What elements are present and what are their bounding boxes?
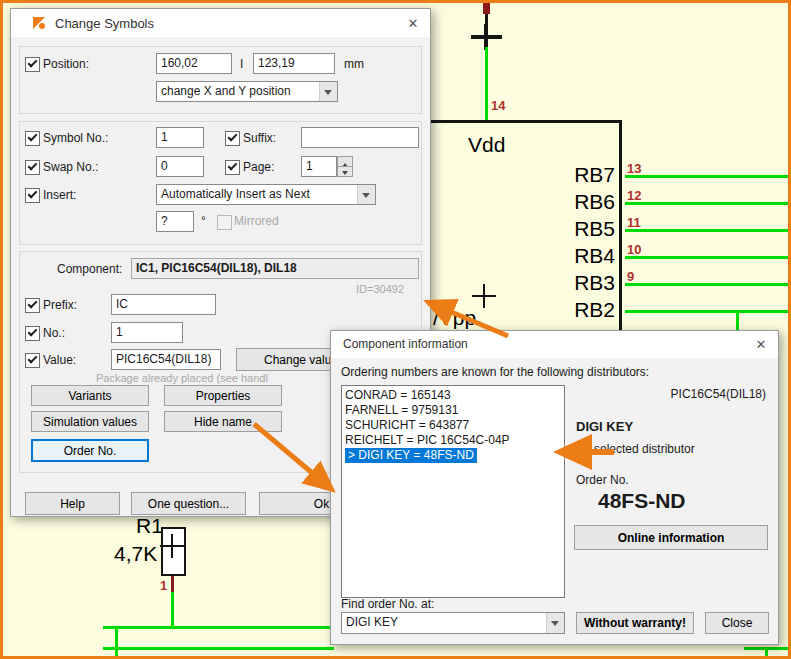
origin-cross-icon [171,534,173,558]
swap-no-checkbox[interactable] [25,160,40,175]
variants-button[interactable]: Variants [31,385,149,406]
pin-label: RB3 [540,271,615,295]
list-item[interactable]: FARNELL = 9759131 [345,403,564,418]
selected-distributor-label: selected distributor [594,442,695,456]
pin-number: 10 [627,242,641,257]
close-button[interactable]: Close [705,612,769,634]
dialog-close-icon[interactable]: ✕ [744,331,778,358]
mirrored-label: Mirrored [234,214,279,228]
hide-name-button[interactable]: Hide name [164,411,282,432]
wire-segment [485,47,488,120]
stepper-down-icon[interactable] [337,166,353,177]
no-label: No.: [43,326,65,340]
resistor-value: 4,7K [114,542,157,566]
find-order-label: Find order No. at: [341,597,434,611]
pin-number: 1 [160,578,167,593]
component-value-field: IC1, PIC16C54(DIL18), DIL18 [131,258,419,279]
insert-mode-dropdown[interactable]: Automatically Insert as Next [156,184,376,205]
suffix-label: Suffix: [243,131,276,145]
position-y-input[interactable]: 123,19 [253,53,335,74]
no-checkbox[interactable] [25,326,40,341]
component-id-note: ID=30492 [356,283,404,295]
target-logo-icon [31,15,47,31]
page-input[interactable]: 1 [301,156,337,177]
pin-label: RB5 [540,217,615,241]
insert-checkbox[interactable] [25,188,40,203]
online-information-button[interactable]: Online information [574,525,768,550]
dialog-title: Component information [343,337,468,351]
part-name: PIC16C54(DIL18) [671,387,766,401]
wire-segment [171,592,174,628]
ic-vpp-label: /Vpp [433,306,476,330]
suffix-input[interactable] [301,127,419,148]
properties-button[interactable]: Properties [164,385,282,406]
page-checkbox[interactable] [225,160,240,175]
value-label: Value: [43,353,76,367]
pin-label: RB2 [540,298,615,322]
simulation-values-button[interactable]: Simulation values [31,411,149,432]
component-label: Component: [57,262,122,276]
swap-no-label: Swap No.: [43,160,98,174]
ic-power-label: Vdd [468,133,505,157]
position-x-input[interactable]: 160,02 [156,53,232,74]
pin-number: 13 [627,161,641,176]
list-item[interactable]: SCHURICHT = 643877 [345,418,564,433]
position-mode-dropdown[interactable]: change X and Y position [156,81,338,102]
origin-cross-icon [483,284,485,308]
pin-number: 9 [627,269,634,284]
component-information-titlebar: Component information ✕ [331,331,778,358]
angle-input[interactable]: ? [156,211,194,232]
suffix-checkbox[interactable] [225,131,240,146]
swap-no-input[interactable]: 0 [156,156,204,177]
help-button[interactable]: Help [25,492,120,515]
find-order-dropdown[interactable]: DIGI KEY [341,612,565,634]
wire-segment [625,310,788,313]
page-label: Page: [243,160,274,174]
wire-segment [736,310,739,332]
order-no-button[interactable]: Order No. [31,439,149,462]
order-no-label: Order No. [576,473,629,487]
wire-segment [103,626,334,629]
value-input[interactable]: PIC16C54(DIL18) [111,349,221,370]
wire-segment [103,647,334,650]
symbol-no-input[interactable]: 1 [156,127,204,148]
wire-segment [765,647,768,659]
power-rail-stub [483,3,490,14]
wire-segment [625,256,788,259]
distributor-listbox[interactable]: CONRAD = 165143 FARNELL = 9759131 SCHURI… [341,385,565,598]
list-item-selected[interactable]: > DIGI KEY = 48FS-ND [345,448,564,463]
dialog-close-icon[interactable]: ✕ [396,9,430,37]
prefix-label: Prefix: [43,298,77,312]
position-separator: I [240,57,243,71]
list-item[interactable]: REICHELT = PIC 16C54C-04P [345,433,564,448]
wire-segment [625,202,788,205]
selected-distributor-checkbox[interactable] [576,443,591,458]
selected-distributor-text[interactable]: > DIGI KEY = 48FS-ND [345,448,477,463]
pin-number: 14 [491,98,505,113]
pin-label: RB6 [540,190,615,214]
pin-label: RB7 [540,163,615,187]
pin-label: RB4 [540,244,615,268]
pin-stub [171,576,174,592]
pin-number: 11 [627,215,641,230]
page-stepper[interactable] [337,156,353,177]
one-question-button[interactable]: One question... [131,492,246,515]
order-no-value: 48FS-ND [598,489,686,513]
wire-segment [625,229,788,232]
position-unit-label: mm [344,57,364,71]
resistor-ref: R1 [136,514,163,538]
mirrored-checkbox [217,215,232,230]
resistor-body [161,527,186,576]
no-input[interactable]: 1 [111,322,183,343]
position-checkbox[interactable] [25,57,40,72]
symbol-no-checkbox[interactable] [25,131,40,146]
angle-unit-label: ° [201,214,206,228]
without-warranty-button[interactable]: Without warranty! [576,612,694,634]
list-item[interactable]: CONRAD = 165143 [345,388,564,403]
dialog-title: Change Symbols [55,16,154,31]
prefix-checkbox[interactable] [25,298,40,313]
distributors-intro: Ordering numbers are known for the follo… [341,365,649,379]
value-checkbox[interactable] [25,353,40,368]
prefix-input[interactable]: IC [111,294,216,315]
insert-label: Insert: [43,188,76,202]
